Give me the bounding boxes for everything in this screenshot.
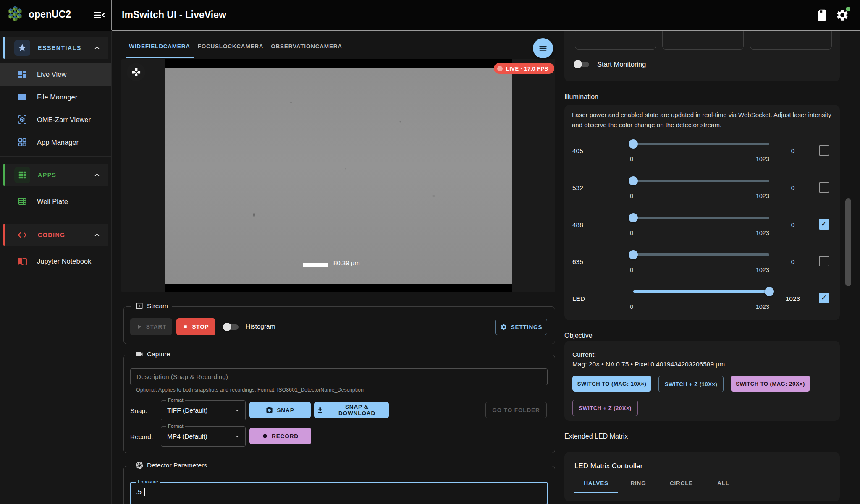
sidebar-section-essentials[interactable]: ESSENTIALS xyxy=(3,37,108,59)
led-tab-all[interactable]: ALL xyxy=(708,475,739,492)
histogram-toggle[interactable] xyxy=(223,322,240,332)
slider-min-label: 0 xyxy=(630,230,633,236)
slider-thumb[interactable] xyxy=(629,176,638,185)
start-monitoring-toggle[interactable] xyxy=(574,60,590,69)
sidebar-item-label: App Manager xyxy=(37,138,79,146)
sidebar-item-file-manager[interactable]: File Manager xyxy=(0,86,111,108)
channel-enable-checkbox[interactable] xyxy=(819,182,829,193)
gear-icon xyxy=(500,324,507,331)
channel-enable-checkbox[interactable] xyxy=(819,145,829,156)
snap-download-button[interactable]: SNAP & DOWNLOAD xyxy=(314,402,389,418)
stop-button[interactable]: STOP xyxy=(176,318,215,335)
histogram-label: Histogram xyxy=(246,323,275,330)
format-label: Format xyxy=(166,423,185,428)
sidebar-section-apps[interactable]: APPS xyxy=(3,164,108,186)
exposure-input[interactable]: Exposure .5 xyxy=(130,482,548,504)
go-to-folder-button[interactable]: GO TO FOLDER xyxy=(485,402,547,418)
settings-button[interactable]: SETTINGS xyxy=(495,319,547,335)
channel-enable-checkbox[interactable] xyxy=(819,219,829,230)
switch-z-20x-button[interactable]: SWITCH + Z (20X×) xyxy=(572,400,638,416)
slider-min-label: 0 xyxy=(630,303,633,310)
channel-label: 635 xyxy=(572,258,583,266)
sidebar-item-label: OME-Zarr Viewer xyxy=(37,116,91,124)
intensity-slider[interactable] xyxy=(633,139,769,149)
live-view-container: LIVE · 17.0 FPS 80.39 µm xyxy=(121,59,555,292)
panel-menu-button[interactable] xyxy=(533,38,553,58)
caret-down-icon xyxy=(233,407,241,414)
tab-observationcamera[interactable]: OBSERVATIONCAMERA xyxy=(267,36,346,57)
page-title: ImSwitch UI - LiveView xyxy=(122,9,226,21)
chevron-up-icon xyxy=(93,44,101,52)
caret-down-icon xyxy=(233,433,241,440)
start-monitoring-label: Start Monitoring xyxy=(597,60,646,68)
objective-current-info: Mag: 20× • NA 0.75 • Pixel 0.40194342032… xyxy=(572,360,725,368)
stop-button-label: STOP xyxy=(192,324,209,330)
sidebar-item-ome-zarr-viewer[interactable]: OME-Zarr Viewer xyxy=(0,108,111,131)
objective-heading: Objective xyxy=(564,332,593,339)
appbar-divider xyxy=(112,30,860,31)
record-format-select[interactable]: Format MP4 (Default) xyxy=(161,426,246,447)
slider-min-label: 0 xyxy=(630,156,633,162)
live-fps-badge: LIVE · 17.0 FPS xyxy=(494,63,554,74)
led-tab-ring[interactable]: RING xyxy=(621,475,655,492)
led-matrix-heading: Extended LED Matrix xyxy=(564,433,628,440)
sidebar-item-live-view[interactable]: Live View xyxy=(0,63,111,86)
switch-z-10x-button[interactable]: SWITCH + Z (10X×) xyxy=(658,376,724,392)
folder-icon xyxy=(17,92,28,102)
laser-row-635: 635 0 1023 0 xyxy=(564,250,840,280)
record-button[interactable]: RECORD xyxy=(249,428,311,444)
notebook-book-icon xyxy=(17,256,28,266)
toggle-thumb xyxy=(574,60,582,68)
sidebar-collapse-icon[interactable] xyxy=(93,9,106,21)
sidebar-item-label: Jupyter Notebook xyxy=(37,257,91,265)
laser-row-405: 405 0 1023 0 xyxy=(564,139,840,169)
channel-label: 488 xyxy=(572,221,583,229)
camera-image xyxy=(165,68,512,284)
cutoff-field-1[interactable] xyxy=(575,29,656,50)
led-tab-circle[interactable]: CIRCLE xyxy=(661,475,701,492)
sidebar-item-well-plate[interactable]: Well Plate xyxy=(0,190,111,213)
monitoring-card: Start Monitoring xyxy=(564,24,840,81)
channel-enable-checkbox[interactable] xyxy=(819,293,829,303)
intensity-slider[interactable] xyxy=(633,176,769,186)
led-matrix-title: LED Matrix Controller xyxy=(574,462,643,470)
sd-card-icon[interactable] xyxy=(815,8,828,22)
tab-widefieldcamera[interactable]: WIDEFIELDCAMERA xyxy=(126,36,194,57)
description-input[interactable]: Description (Snap & Recording) xyxy=(130,368,548,385)
capture-legend: Capture xyxy=(131,350,174,358)
slider-max-label: 1023 xyxy=(740,156,769,162)
channel-enable-checkbox[interactable] xyxy=(819,256,829,266)
sidebar-section-coding[interactable]: CODING xyxy=(3,224,108,246)
intensity-slider[interactable] xyxy=(633,250,769,260)
sidebar-item-jupyter-notebook[interactable]: Jupyter Notebook xyxy=(0,250,111,272)
slider-thumb[interactable] xyxy=(765,287,774,296)
channel-value: 0 xyxy=(778,184,808,192)
slider-thumb[interactable] xyxy=(629,250,638,259)
snap-format-select[interactable]: Format TIFF (Default) xyxy=(161,400,246,420)
videocam-icon xyxy=(135,350,144,358)
slider-thumb[interactable] xyxy=(629,139,638,149)
channel-value: 0 xyxy=(778,258,808,266)
stream-legend: Stream xyxy=(131,302,172,310)
illumination-description: Laser power and enabled state are update… xyxy=(572,110,834,130)
switch-to-10x-button[interactable]: SWITCH TO (MAG: 10X×) xyxy=(572,376,651,392)
stage-dpad-button[interactable] xyxy=(127,63,145,81)
download-icon xyxy=(317,407,324,414)
cutoff-field-2[interactable] xyxy=(662,29,744,50)
laser-row-532: 532 0 1023 0 xyxy=(564,176,840,206)
slider-thumb[interactable] xyxy=(629,213,638,222)
intensity-slider[interactable] xyxy=(633,287,769,297)
brand: openUC2 xyxy=(6,5,71,24)
led-tab-halves[interactable]: HALVES xyxy=(574,475,618,492)
intensity-slider[interactable] xyxy=(633,213,769,223)
snap-button[interactable]: SNAP xyxy=(249,402,311,418)
snap-download-button-label: SNAP & DOWNLOAD xyxy=(328,404,386,416)
panel-scrollbar-thumb[interactable] xyxy=(845,198,851,286)
cutoff-field-3[interactable] xyxy=(750,29,832,50)
sidebar-item-app-manager[interactable]: App Manager xyxy=(0,131,111,154)
start-button[interactable]: START xyxy=(130,318,172,335)
channel-value: 1023 xyxy=(778,295,808,303)
switch-to-20x-button[interactable]: SWITCH TO (MAG: 20X×) xyxy=(731,376,810,392)
tab-focuslockcamera[interactable]: FOCUSLOCKCAMERA xyxy=(195,36,266,57)
sidebar-divider xyxy=(0,156,111,157)
